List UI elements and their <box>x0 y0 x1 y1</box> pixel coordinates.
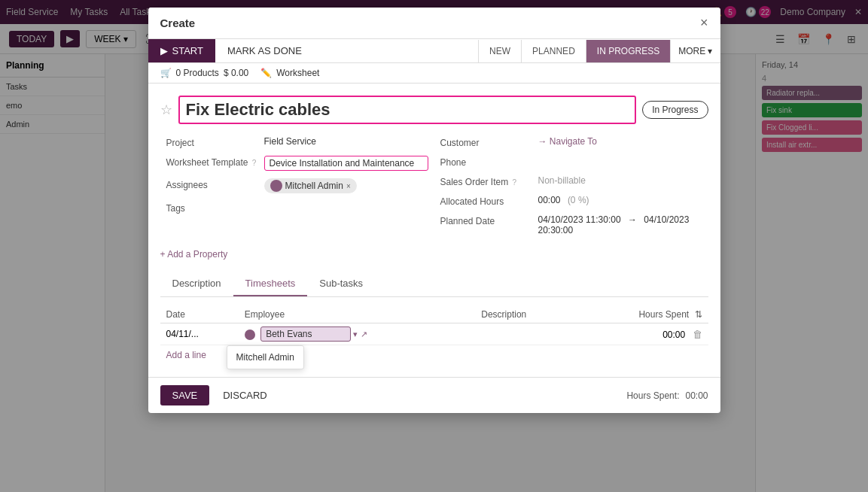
project-row: Project Field Service <box>166 136 428 148</box>
status-stages: NEW PLANNED IN PROGRESS MORE ▾ <box>478 40 720 62</box>
in-progress-badge: In Progress <box>642 101 708 119</box>
assignees-row: Assignees Mitchell Admin × <box>166 178 428 194</box>
sales-order-label: Sales Order Item ? <box>440 175 538 187</box>
adjust-icon[interactable]: ⇅ <box>695 309 702 320</box>
phone-label: Phone <box>440 156 538 168</box>
timesheet-section: Date Employee Description Hours Spent ⇅ <box>160 306 708 365</box>
products-bar: 🛒 0 Products $ 0.00 ✏️ Worksheet <box>148 63 720 84</box>
create-modal: Create × ▶ START MARK AS DONE NEW PLANNE… <box>148 8 720 413</box>
worksheet-template-label: Worksheet Template ? <box>166 156 264 168</box>
row-employee[interactable]: ▾ ↗ <box>239 323 475 345</box>
phone-row: Phone <box>440 156 702 168</box>
assignee-remove-button[interactable]: × <box>346 182 351 190</box>
mark-done-button[interactable]: MARK AS DONE <box>215 39 314 62</box>
save-button[interactable]: SAVE <box>160 385 210 405</box>
worksheet-label: Worksheet <box>276 68 319 78</box>
favorite-star-icon[interactable]: ☆ <box>160 102 172 118</box>
timesheet-row: 04/11/... ▾ ↗ 00:00 🗑 <box>160 323 708 345</box>
allocated-hours-value[interactable]: 00:00 (0 %) <box>538 195 702 205</box>
sales-order-value[interactable]: Non-billable <box>538 175 702 186</box>
products-count: 0 Products <box>176 68 219 78</box>
stage-in-progress[interactable]: IN PROGRESS <box>586 40 670 62</box>
assignee-chip[interactable]: Mitchell Admin × <box>264 178 357 193</box>
employee-input[interactable] <box>260 326 351 342</box>
project-label: Project <box>166 136 264 148</box>
worksheet-template-help: ? <box>252 159 257 167</box>
customer-row: Customer → Navigate To <box>440 136 702 148</box>
assignees-label: Assignees <box>166 178 264 190</box>
play-icon: ▶ <box>160 45 168 56</box>
employee-avatar-small <box>245 330 255 340</box>
form-grid: Project Field Service Worksheet Template… <box>160 136 708 243</box>
employee-external-link[interactable]: ↗ <box>361 330 367 339</box>
tags-label: Tags <box>166 202 264 214</box>
dropdown-mitchell-admin[interactable]: Mitchell Admin <box>227 349 303 366</box>
form-left: Project Field Service Worksheet Template… <box>160 136 434 243</box>
col-hours-spent: Hours Spent ⇅ <box>576 306 708 323</box>
tab-timesheets[interactable]: Timesheets <box>233 272 308 296</box>
task-title-input[interactable] <box>178 96 637 124</box>
products-chip[interactable]: 🛒 0 Products $ 0.00 <box>160 68 249 78</box>
assignee-avatar <box>270 180 282 192</box>
timesheet-table: Date Employee Description Hours Spent ⇅ <box>160 306 708 345</box>
task-title-row: ☆ In Progress <box>160 96 708 124</box>
allocated-hours-row: Allocated Hours 00:00 (0 %) <box>440 195 702 207</box>
modal-footer: SAVE DISCARD Hours Spent: 00:00 <box>148 377 720 413</box>
hours-spent-value: 00:00 <box>685 390 708 401</box>
modal-close-button[interactable]: × <box>700 15 708 31</box>
sales-order-help: ? <box>513 178 517 187</box>
worksheet-chip[interactable]: ✏️ Worksheet <box>260 68 319 78</box>
employee-dropdown-arrow[interactable]: ▾ <box>353 330 358 339</box>
worksheet-template-value[interactable]: Device Installation and Maintenance <box>264 156 428 171</box>
tab-subtasks[interactable]: Sub-tasks <box>307 272 375 296</box>
navigate-to-link[interactable]: → Navigate To <box>538 136 598 147</box>
col-description: Description <box>475 306 576 323</box>
project-value[interactable]: Field Service <box>264 136 428 147</box>
customer-label: Customer <box>440 136 538 148</box>
allocated-hours-label: Allocated Hours <box>440 195 538 207</box>
tab-description[interactable]: Description <box>160 272 233 296</box>
footer-hours: Hours Spent: 00:00 <box>626 390 708 401</box>
modal-overlay[interactable]: Create × ▶ START MARK AS DONE NEW PLANNE… <box>0 0 868 492</box>
planned-date-label: Planned Date <box>440 214 538 226</box>
planned-date-value[interactable]: 04/10/2023 11:30:00 → 04/10/2023 20:30:0… <box>538 214 702 235</box>
col-employee: Employee <box>239 306 475 323</box>
pencil-icon: ✏️ <box>260 68 272 78</box>
cart-icon: 🛒 <box>160 68 172 78</box>
tabs: Description Timesheets Sub-tasks <box>160 272 708 297</box>
modal-title: Create <box>160 17 196 29</box>
add-property-link[interactable]: + Add a Property <box>160 249 708 260</box>
stage-more[interactable]: MORE ▾ <box>670 40 720 62</box>
worksheet-template-row: Worksheet Template ? Device Installation… <box>166 156 428 171</box>
form-right: Customer → Navigate To Phone Sales Order… <box>434 136 708 243</box>
assignees-value: Mitchell Admin × <box>264 178 428 194</box>
row-hours[interactable]: 00:00 🗑 <box>576 323 708 345</box>
footer-actions: SAVE DISCARD <box>160 385 275 405</box>
employee-dropdown-suggestion[interactable]: Mitchell Admin <box>227 345 304 369</box>
modal-body: ☆ In Progress Project Field Service <box>148 84 720 377</box>
planned-date-row: Planned Date 04/10/2023 11:30:00 → 04/10… <box>440 214 702 235</box>
row-date[interactable]: 04/11/... <box>160 323 239 345</box>
discard-button[interactable]: DISCARD <box>215 385 275 405</box>
col-date: Date <box>160 306 239 323</box>
row-description[interactable] <box>475 323 576 345</box>
stage-planned[interactable]: PLANNED <box>521 40 586 62</box>
start-button[interactable]: ▶ START <box>148 39 215 62</box>
products-price: $ 0.00 <box>224 68 248 78</box>
tags-row: Tags <box>166 202 428 214</box>
status-bar: ▶ START MARK AS DONE NEW PLANNED IN PROG… <box>148 39 720 63</box>
stage-new[interactable]: NEW <box>478 40 521 62</box>
customer-value[interactable]: → Navigate To <box>538 136 702 147</box>
assignee-name: Mitchell Admin <box>285 181 343 191</box>
modal-header: Create × <box>148 8 720 39</box>
hours-spent-label: Hours Spent: <box>626 390 679 401</box>
row-delete-button[interactable]: 🗑 <box>693 329 702 340</box>
sales-order-row: Sales Order Item ? Non-billable <box>440 175 702 187</box>
